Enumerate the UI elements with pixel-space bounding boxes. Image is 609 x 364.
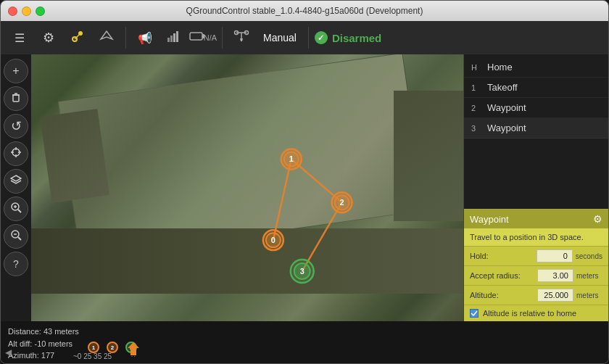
svg-rect-6 [176,31,178,42]
separator-2 [222,27,223,49]
svg-line-23 [18,210,21,212]
title-bar: QGroundControl stable_1.0.4-4840-g15a060… [1,1,608,21]
zoom-map-in-button[interactable] [4,197,28,221]
bottom-home-marker: H [128,342,139,359]
takeoff-num: 1 [471,83,481,92]
wp-altitude-value[interactable]: 25.000 [537,289,573,302]
armed-status[interactable]: ✓ Disarmed [315,31,381,44]
drone-icon-btn [228,25,254,51]
radio-button[interactable]: 📢 [132,25,158,51]
disarmed-indicator: ✓ [315,31,328,44]
zoom-in-button[interactable]: + [4,59,28,83]
wp-hold-label: Hold: [470,252,534,260]
wp-radius-value[interactable]: 3.00 [537,269,573,282]
map-container[interactable]: 0 1 2 3 [31,54,463,321]
mission-item-waypoint3[interactable]: 3 Waypoint [464,118,608,138]
svg-line-27 [18,237,21,240]
bottom-bar: Distance: 43 meters Alt diff: -10 meters… [1,321,608,363]
right-panel: H Home 1 Takeoff 2 Waypoint 3 Waypoint [463,54,608,321]
minimize-button[interactable] [22,7,31,16]
separator-3 [308,27,309,49]
wp3-num: 3 [471,124,481,133]
mission-item-takeoff[interactable]: 1 Takeoff [464,78,608,98]
menu-icon: ☰ [14,31,25,45]
svg-rect-4 [170,36,173,42]
distance-info: Distance: 43 meters Alt diff: -10 meters… [8,326,79,362]
left-sidebar: + ↺ [1,54,31,321]
svg-rect-3 [167,38,170,42]
settings-icon: ⚙ [43,30,54,46]
center-button[interactable] [4,141,28,166]
radio-icon: 📢 [138,31,152,45]
help-icon: ? [13,258,19,270]
window-title: QGroundControl stable_1.0.4-4840-g15a060… [186,6,423,16]
maximize-button[interactable] [36,7,45,16]
wp-radius-unit: meters [576,272,602,280]
app-window: QGroundControl stable_1.0.4-4840-g15a060… [0,0,609,364]
main-area: + ↺ [1,54,608,321]
main-toolbar: ☰ ⚙ 📢 [1,21,608,54]
waypoint-detail-panel: Waypoint ⚙ Travel to a position in 3D sp… [464,209,608,321]
help-button[interactable]: ? [4,252,28,276]
wp3-label: Waypoint [487,123,526,133]
wp-relative-label: Altitude is relative to home [483,309,576,318]
battery-icon [189,31,205,44]
battery-label: N/A [204,33,217,42]
drone-icon [233,30,249,46]
wp-description: Travel to a position in 3D space. [464,228,608,246]
refresh-button[interactable]: ↺ [4,114,28,138]
wp-altitude-label: Altitude: [470,291,534,299]
svg-rect-5 [173,33,175,42]
wp-relative-altitude-row[interactable]: Altitude is relative to home [464,305,608,321]
fly-button[interactable] [94,25,120,51]
layers-icon [10,175,22,188]
mission-item-home[interactable]: H Home [464,57,608,78]
bottom-wp-1: 1 [88,342,99,353]
settings-button[interactable]: ⚙ [36,25,62,51]
wp2-num: 2 [471,104,481,112]
home-label: Home [487,62,513,73]
wp-settings-icon[interactable]: ⚙ [593,213,602,225]
close-button[interactable] [8,7,17,16]
disarmed-label: Disarmed [332,32,381,44]
magnify-plus-icon [10,202,22,216]
trash-icon [10,91,22,106]
menu-button[interactable]: ☰ [7,25,33,51]
flight-mode-label[interactable]: Manual [257,32,302,44]
scale-indicator: ~0 25 35 25 [73,352,112,360]
plus-icon: + [12,65,19,78]
mission-button[interactable] [65,25,91,51]
mission-icon [70,28,86,47]
window-controls [8,7,45,16]
svg-line-2 [75,33,80,39]
layers-button[interactable] [4,169,28,194]
battery-button[interactable]: N/A [190,25,216,51]
svg-rect-7 [190,33,202,40]
wp-hold-field: Hold: 0 seconds [464,246,608,265]
separator-1 [125,27,126,49]
signal-button[interactable] [161,25,187,51]
wp-hold-value[interactable]: 0 [536,249,573,262]
zoom-map-out-button[interactable] [4,224,28,249]
delete-button[interactable] [4,86,28,111]
wp-detail-title: Waypoint [470,214,509,225]
building-right [394,91,463,221]
wp-altitude-unit: meters [576,291,602,299]
wp-relative-checkbox[interactable] [470,309,478,318]
distance-text: Distance: 43 meters [8,326,79,338]
back-icon[interactable]: ◀ [5,347,12,357]
wp-hold-unit: seconds [576,252,602,260]
wp-detail-header: Waypoint ⚙ [464,210,608,228]
wp2-label: Waypoint [487,102,526,113]
wp-radius-label: Accept radius: [470,271,534,280]
svg-rect-14 [13,95,19,102]
building-left [40,109,109,203]
bottom-wp-2: 2 [107,342,118,353]
fly-icon [99,29,114,46]
signal-icon [167,30,181,45]
wp-altitude-field: Altitude: 25.000 meters [464,285,608,305]
mission-item-waypoint2[interactable]: 2 Waypoint [464,98,608,118]
svg-text:H: H [131,355,136,357]
refresh-icon: ↺ [11,118,22,134]
magnify-minus-icon [10,229,22,244]
